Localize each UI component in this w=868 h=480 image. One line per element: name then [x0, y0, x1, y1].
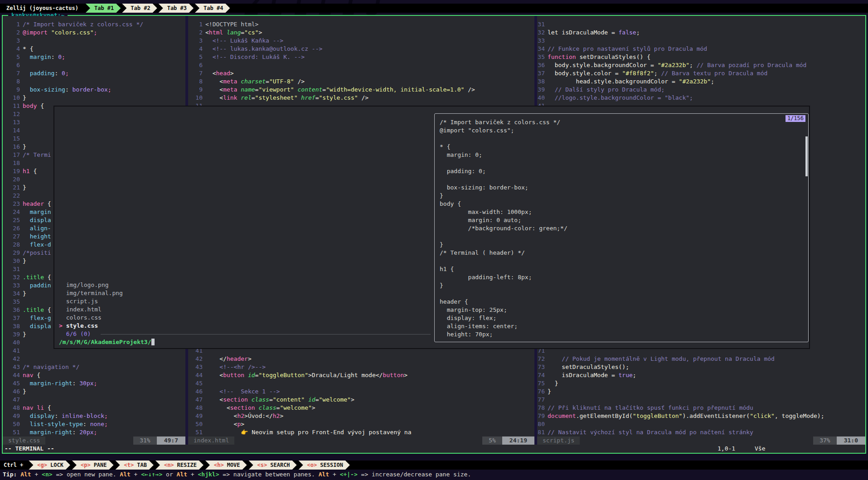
statusline-position: 24:19 — [502, 436, 534, 445]
statusline-filename: index.html — [188, 436, 234, 445]
keybar-hint-lock: <g>LOCK — [29, 461, 70, 470]
statusline-position: 49:7 — [157, 436, 185, 445]
statusline-spacer — [45, 436, 133, 445]
keybind-prefix: Ctrl + — [0, 461, 29, 470]
preview-code: /* Import barviček z colors.css */@impor… — [440, 118, 805, 339]
statusline-filename: script.js — [537, 436, 580, 445]
keybar-hint-search: <s>SEARCH — [249, 461, 297, 470]
file-preview-pane: /* Import barviček z colors.css */@impor… — [434, 113, 809, 342]
focused-pane-frame: kankys@skynet:~ 1/* Import barviček z co… — [2, 15, 866, 454]
match-counter-badge: 1/156 — [786, 115, 805, 122]
mode-indicator: -- TERMINAL -- — [5, 445, 54, 453]
terminal-content[interactable]: 1/* Import barviček z colors.css */2@imp… — [3, 16, 865, 453]
statusline-spacer — [234, 436, 482, 445]
statusline-style-css: style.css 31% 49:7 — [3, 436, 185, 445]
key-p: <p> — [81, 462, 91, 468]
key-s: <s> — [257, 462, 267, 468]
finder-separator-line — [101, 334, 431, 335]
vim-mode-row: -- TERMINAL -- 1,0-1 Vše — [3, 445, 865, 453]
keybar-hint-session: <o>SESSION — [299, 461, 350, 470]
statusline-percent: 31% — [133, 436, 156, 445]
preview-scrollbar[interactable] — [805, 136, 808, 176]
keybar-hint-tab: <t>TAB — [116, 461, 154, 470]
zellij-keybind-bar: Ctrl + <g>LOCK <p>PANE <t>TAB <n>RESIZE … — [0, 461, 868, 470]
statusline-index-html: index.html 5% 24:19 — [188, 436, 534, 445]
key-g: <g> — [37, 462, 47, 468]
cursor-ruler: 1,0-1 — [718, 445, 735, 453]
statusline-percent: 5% — [482, 436, 502, 445]
statusline-spacer — [580, 436, 813, 445]
file-result-list[interactable]: img/logo.png img/terminal.png script.js … — [59, 281, 155, 346]
keybar-hint-pane: <p>PANE — [72, 461, 114, 470]
keybar-hint-resize: <n>RESIZE — [155, 461, 204, 470]
tip-line: Tip: Alt + <n> => open new pane. Alt + <… — [3, 470, 471, 479]
tab-4[interactable]: Tab #4 — [195, 4, 230, 13]
statusline-percent: 37% — [813, 436, 836, 445]
key-h: <h> — [214, 462, 224, 468]
keybar-hint-move: <h>MOVE — [205, 461, 247, 470]
key-o: <o> — [307, 462, 317, 468]
key-t: <t> — [124, 462, 134, 468]
session-name: Zellij (joyous-cactus) — [0, 4, 86, 13]
tab-3[interactable]: Tab #3 — [159, 4, 194, 13]
statusline-filename: style.css — [3, 436, 45, 445]
tab-1[interactable]: Tab #1 — [86, 4, 121, 13]
statusline-position: 31:0 — [837, 436, 865, 445]
zellij-tab-bar: Zellij (joyous-cactus) Tab #1 Tab #2 Tab… — [0, 4, 868, 13]
statusline-script-js: script.js 37% 31:0 — [537, 436, 865, 445]
key-n: <n> — [164, 462, 174, 468]
tab-2[interactable]: Tab #2 — [122, 4, 157, 13]
zellij-screen: ZELLIJ Zellij (joyous-cactus) Tab #1 Tab… — [0, 0, 868, 480]
file-finder-popup[interactable]: img/logo.png img/terminal.png script.js … — [53, 106, 810, 349]
scroll-position-label: Vše — [755, 445, 765, 453]
